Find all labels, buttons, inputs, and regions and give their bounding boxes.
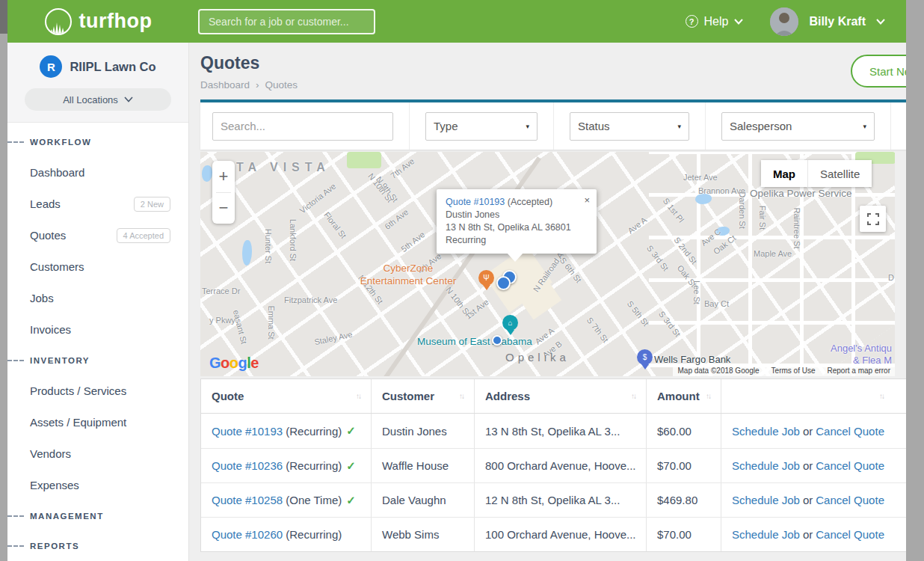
chevron-down-icon [124,96,133,102]
table-row: Quote #10193 (Recurring)✓ Dustin Jones 1… [201,414,924,448]
sidebar-item-products-services[interactable]: Products / Services [7,375,188,407]
schedule-job-link[interactable]: Schedule Job [732,425,800,438]
accepted-check-icon: ✓ [346,494,356,507]
page-title: Quotes [200,43,924,73]
table-header-row: Quote↑↓ Customer↑↓ Address↑↓ Amount↑↓ ↑↓ [201,379,924,414]
amount-cell: $469.80 [646,483,721,517]
sidebar-item-expenses[interactable]: Expenses [7,470,188,501]
terms-of-use-link[interactable]: Terms of Use [771,367,816,375]
schedule-job-link[interactable]: Schedule Job [732,494,800,506]
sort-icon[interactable]: ↑↓ [879,392,884,400]
section-header-workflow: WORKFLOW [7,127,188,157]
map-attribution: Map data ©2018 Google Terms of Use Repor… [673,365,895,376]
amount-cell: $70.00 [646,449,721,482]
quote-link[interactable]: Quote #10236 [212,459,283,472]
report-map-error-link[interactable]: Report a map error [828,367,890,375]
breadcrumb-quotes: Quotes [265,79,298,91]
cancel-quote-link[interactable]: Cancel Quote [816,459,884,472]
user-name[interactable]: Billy Kraft [809,15,866,28]
breadcrumb: Dashboard › Quotes [200,79,924,91]
divider [705,102,706,150]
breadcrumb-dashboard[interactable]: Dashboard [200,79,250,91]
breadcrumb-separator: › [256,79,259,91]
cancel-quote-link[interactable]: Cancel Quote [816,425,884,438]
quotes-badge: 4 Accepted [117,228,170,243]
satellite-view-button[interactable]: Satellite [808,160,872,187]
schedule-job-link[interactable]: Schedule Job [732,528,800,541]
turfhop-grass-icon [45,8,72,35]
window-edge-left [0,0,7,561]
sidebar-item-invoices[interactable]: Invoices [7,314,188,346]
sidebar-company-block: R RIIPL Lawn Co All Locations [7,43,188,123]
chevron-down-icon[interactable] [876,19,885,25]
location-selector[interactable]: All Locations [25,88,171,111]
help-menu[interactable]: ? Help [686,15,744,28]
salesperson-dropdown[interactable]: Salesperson ▾ [721,112,875,141]
section-dashes [7,141,24,143]
quote-link[interactable]: Quote #10258 [212,494,283,506]
app-window: turfhop ? Help Billy Kraft R RIIPL Lawn … [7,0,906,561]
schedule-job-link[interactable]: Schedule Job [732,459,800,472]
sort-icon[interactable]: ↑↓ [356,392,360,400]
map-type-control: Map Satellite [761,160,872,187]
sort-icon[interactable]: ↑↓ [706,392,710,400]
customer-cell: Waffle House [371,449,474,482]
status-dropdown[interactable]: Status ▾ [570,112,689,141]
logo[interactable]: turfhop [7,8,189,35]
restaurant-pin-icon[interactable]: Ψ [478,270,494,286]
type-dropdown[interactable]: Type ▾ [425,112,538,141]
sidebar-item-dashboard[interactable]: Dashboard [7,157,188,188]
info-address: 13 N 8th St, Opelika AL 36801 [446,221,588,234]
caret-down-icon: ▾ [677,123,681,130]
sidebar-item-assets-equipment[interactable]: Assets / Equipment [7,407,188,438]
museum-pin-icon[interactable]: ⌂ [502,315,518,331]
quote-link[interactable]: Quote #10260 [212,528,283,541]
customer-cell: Webb Sims [371,518,474,551]
quotes-map[interactable]: TA VISTAVictoria AveFloral StN 10th St7t… [200,152,895,376]
google-logo[interactable]: Google [209,355,259,372]
divider [890,102,891,150]
zoom-in-button[interactable]: + [212,161,235,192]
global-search-input[interactable] [198,9,375,34]
table-row: Quote #10260 (Recurring) Webb Sims 100 O… [201,517,924,551]
info-window-tail [507,253,523,262]
top-navbar: turfhop ? Help Billy Kraft [7,0,906,43]
map-data-credit: Map data ©2018 Google [677,367,759,375]
sidebar-item-quotes[interactable]: Quotes4 Accepted [7,220,188,251]
company-logo-badge: R [40,55,62,78]
info-type: Recurring [446,234,588,247]
quote-marker-10193[interactable] [496,276,511,290]
quote-link[interactable]: Quote #10193 [212,425,283,438]
company-name: RIIPL Lawn Co [70,60,155,74]
quotes-search-input[interactable] [212,112,393,141]
sidebar-item-leads[interactable]: Leads2 New [7,188,188,220]
park-patch [347,152,381,168]
section-header-management[interactable]: MANAGEMENT [7,501,188,531]
sort-icon[interactable]: ↑↓ [459,392,463,400]
close-icon[interactable]: × [584,195,590,205]
zoom-out-button[interactable]: − [212,193,235,224]
amount-cell: $60.00 [646,414,721,448]
user-avatar[interactable] [770,7,798,36]
section-dashes [7,515,24,517]
map-view-button[interactable]: Map [761,160,808,187]
address-cell: 800 Orchard Avenue, Hoove... [474,449,646,482]
sidebar-item-jobs[interactable]: Jobs [7,283,188,314]
address-cell: 100 Orchard Avenue, Hoove... [474,518,646,551]
sidebar: R RIIPL Lawn Co All Locations WORKFLOW D… [7,43,189,561]
section-header-reports[interactable]: REPORTS [7,531,188,561]
cancel-quote-link[interactable]: Cancel Quote [816,528,884,541]
sort-icon[interactable]: ↑↓ [631,392,635,400]
sidebar-item-vendors[interactable]: Vendors [7,438,188,470]
quote-marker[interactable] [492,335,502,346]
city-label: Opelika [505,351,570,364]
window-scrollbar-right[interactable] [906,0,924,561]
customer-cell: Dale Vaughn [371,483,474,517]
cancel-quote-link[interactable]: Cancel Quote [816,494,884,506]
divider [409,102,410,150]
fullscreen-button[interactable] [860,206,886,232]
info-quote-link[interactable]: Quote #10193 [446,197,505,207]
sidebar-item-customers[interactable]: Customers [7,251,188,283]
section-dashes [7,360,24,361]
bank-pin-icon[interactable]: $ [637,349,653,365]
